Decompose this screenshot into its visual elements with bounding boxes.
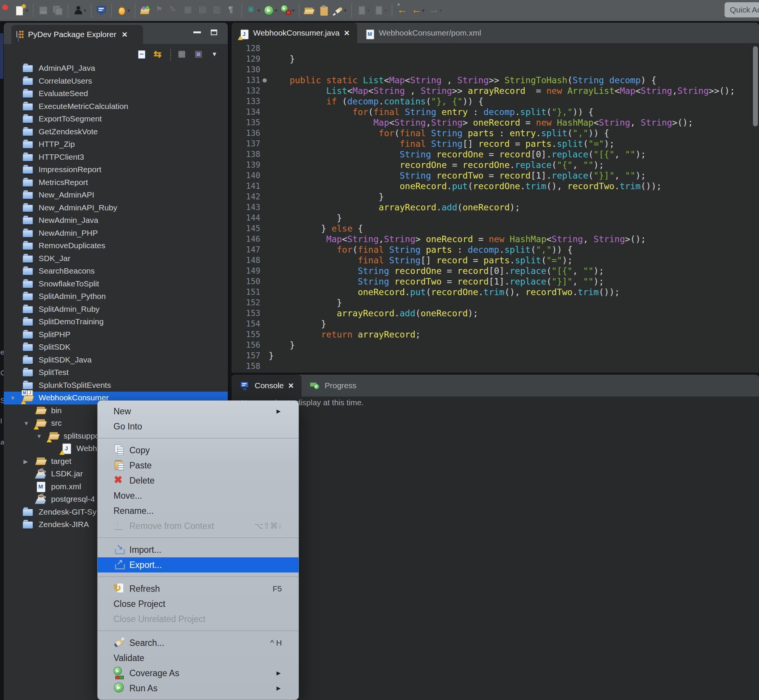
menu-item-delete[interactable]: Delete [98, 473, 298, 488]
tree-item-evaluateseed[interactable]: EvaluateSeed [4, 88, 228, 100]
tree-item-newadmin-php[interactable]: NewAdmin_PHP [4, 227, 228, 240]
view-menu-icon[interactable] [210, 50, 221, 60]
line-number[interactable]: 130 [231, 64, 260, 75]
toolbar-run-button[interactable]: ▾ [262, 2, 279, 19]
toolbar-back-button[interactable]: ▾ [409, 2, 427, 19]
close-icon[interactable]: ✕ [288, 381, 294, 390]
line-number[interactable]: 149 [231, 266, 260, 276]
collapse-arrow-icon[interactable]: ▼ [10, 395, 16, 401]
line-number[interactable]: 138 [231, 149, 260, 160]
tree-item-splittest[interactable]: SplitTest [4, 366, 228, 379]
tree-item-snowflaketosplit[interactable]: SnowflakeToSplit [4, 278, 228, 291]
menu-item-go-into[interactable]: Go Into [98, 419, 298, 434]
menu-item-run-as[interactable]: Run As► [98, 681, 298, 696]
tree-item-exporttosegment[interactable]: ExportToSegment [4, 113, 228, 126]
tree-item-getzendeskvote[interactable]: GetZendeskVote [4, 126, 228, 139]
toolbar-user-profile-button[interactable]: ▾ [71, 2, 89, 19]
tree-item-removeduplicates[interactable]: RemoveDuplicates [4, 239, 228, 252]
tree-item-splitphp[interactable]: SplitPHP [4, 328, 228, 341]
code-editor[interactable]: 128129 }130131 public static List<Map<St… [231, 43, 759, 373]
menu-item-search[interactable]: Search...^ H [98, 635, 298, 650]
line-number[interactable]: 135 [231, 117, 260, 128]
line-number[interactable]: 146 [231, 234, 260, 244]
menu-item-import[interactable]: Import... [98, 542, 298, 557]
line-number[interactable]: 142 [231, 191, 260, 202]
tab-pydev-package-explorer[interactable]: PyDev Package Explorer ✕ [11, 25, 143, 44]
tab-progress[interactable]: Progress [301, 375, 364, 397]
menu-item-close-project[interactable]: Close Project [98, 596, 298, 611]
line-number[interactable]: 148 [231, 255, 260, 266]
tree-item-splitadmin-ruby[interactable]: SplitAdmin_Ruby [4, 303, 228, 316]
tree-item-http-zip[interactable]: HTTP_Zip [4, 138, 228, 151]
line-number[interactable]: 158 [231, 361, 260, 372]
tree-item-splunktosplitevents[interactable]: SplunkToSplitEvents [4, 379, 228, 392]
tree-item-splitdemotraining[interactable]: SplitDemoTraining [4, 316, 228, 328]
toolbar-forward-button[interactable]: ▾ [426, 2, 444, 19]
collapse-all-icon[interactable] [137, 50, 148, 60]
menu-item-paste[interactable]: Paste [98, 458, 298, 473]
line-number[interactable]: 147 [231, 244, 260, 255]
tab-webhookconsumer-pom-xml[interactable]: MWebhookConsumer/pom.xml [357, 23, 489, 43]
toolbar-open-folder-button[interactable] [302, 2, 317, 19]
tree-item-searchbeacons[interactable]: SearchBeacons [4, 265, 228, 278]
toolbar-show-whitespace-button[interactable] [224, 2, 239, 19]
focus-working-set-icon[interactable] [194, 50, 204, 60]
line-number[interactable]: 143 [231, 202, 260, 212]
toolbar-last-edit-location-button[interactable] [395, 2, 409, 19]
toolbar-annotate-tool-button[interactable] [167, 2, 181, 19]
tree-item-new-adminapi-ruby[interactable]: New_AdminAPI_Ruby [4, 202, 228, 214]
toolbar-next-annotation-button[interactable]: ▾ [355, 2, 372, 19]
line-number[interactable]: 128 [231, 43, 260, 54]
tree-item-metricsreport[interactable]: MetricsReport [4, 176, 228, 189]
line-number[interactable]: 151 [231, 287, 260, 297]
line-number[interactable]: 131 [231, 75, 260, 86]
toolbar-mark-occurrences-button[interactable]: ▾ [331, 2, 348, 19]
tree-item-sdk-jar[interactable]: SDK_Jar [4, 252, 228, 265]
tree-item-new-adminapi[interactable]: New_AdminAPI [4, 189, 228, 202]
package-presentation-icon[interactable] [177, 50, 188, 60]
line-number[interactable]: 134 [231, 107, 260, 117]
tree-item-adminapi-java[interactable]: AdminAPI_Java [4, 62, 228, 75]
toolbar-toolbox-button[interactable] [317, 2, 331, 19]
toolbar-flag-tool-button[interactable] [153, 2, 167, 19]
menu-item-copy[interactable]: Copy [98, 443, 298, 458]
line-number[interactable]: 152 [231, 297, 260, 308]
menu-item-refresh[interactable]: RefreshF5 [98, 581, 298, 596]
line-number[interactable]: 129 [231, 54, 260, 64]
tree-item-splitsdk[interactable]: SplitSDK [4, 341, 228, 354]
tree-item-httpclient3[interactable]: HTTPClient3 [4, 151, 228, 164]
line-number[interactable]: 139 [231, 160, 260, 170]
tree-item-newadmin-java[interactable]: NewAdmin_Java [4, 214, 228, 227]
close-icon[interactable]: ✕ [344, 29, 350, 38]
menu-item-validate[interactable]: Validate [98, 650, 298, 666]
menu-item-new[interactable]: New► [98, 404, 298, 419]
menu-item-coverage-as[interactable]: Coverage As► [98, 666, 298, 681]
toolbar-save-all-button[interactable] [51, 2, 65, 19]
line-number[interactable]: 132 [231, 86, 260, 96]
minimize-icon[interactable] [193, 31, 201, 33]
collapse-arrow-icon[interactable]: ▼ [36, 433, 42, 439]
collapse-arrow-icon[interactable]: ▼ [23, 420, 29, 427]
maximize-icon[interactable] [211, 30, 217, 35]
line-number[interactable]: 153 [231, 308, 260, 319]
toolbar-debug-last-button[interactable]: ▾ [279, 2, 297, 19]
close-icon[interactable]: ✕ [122, 30, 128, 39]
tree-item-correlateusers[interactable]: CorrelateUsers [4, 75, 228, 88]
line-number[interactable]: 154 [231, 319, 260, 329]
link-with-editor-icon[interactable] [154, 50, 164, 60]
line-number[interactable]: 137 [231, 139, 260, 149]
toolbar-console-view-button[interactable] [94, 2, 109, 19]
menu-item-export[interactable]: Export... [98, 557, 298, 572]
toolbar-open-resource-button[interactable] [138, 2, 153, 19]
window-close-button[interactable] [2, 5, 8, 10]
quick-access-box[interactable]: Quick Access [725, 2, 759, 17]
line-number[interactable]: 150 [231, 276, 260, 287]
menu-item-rename[interactable]: Rename... [98, 503, 298, 519]
line-number[interactable]: 145 [231, 223, 260, 234]
tree-item-splitadmin-python[interactable]: SplitAdmin_Python [4, 290, 228, 303]
toolbar-copy-doc-tool-button[interactable] [195, 2, 210, 19]
line-number[interactable]: 141 [231, 181, 260, 191]
expand-arrow-icon[interactable]: ▶ [23, 458, 28, 465]
tree-item-splitsdk-java[interactable]: SplitSDK_Java [4, 354, 228, 367]
line-number[interactable]: 157 [231, 350, 260, 361]
